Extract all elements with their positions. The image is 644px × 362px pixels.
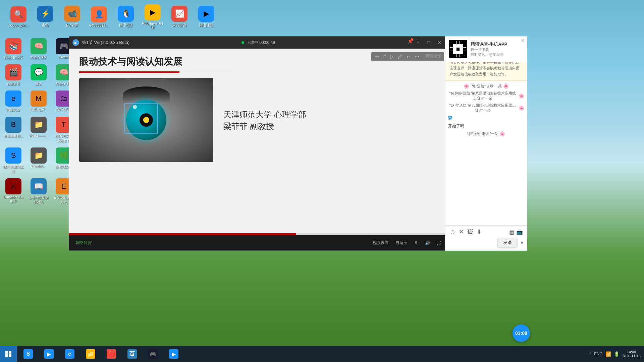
chat-panel: 讨论区 成员(245) 提示：严禁出现违法违规发言信息，视违反情节轻重追究责任。… — [445, 36, 527, 251]
left-icon-crusader[interactable]: ⚔ Crusader Kings II — [2, 177, 25, 206]
start-button[interactable] — [0, 346, 17, 362]
video-settings-btn[interactable]: 视频设置 — [373, 240, 389, 246]
icon-img-qq64: 👤 — [91, 6, 107, 22]
left-icon-videos[interactable]: 📁 videos——... — [27, 115, 50, 144]
tray-battery: 🔋 — [614, 351, 620, 357]
maximize-button[interactable]: □ — [424, 38, 433, 47]
volume-btn[interactable]: 🔊 — [425, 241, 430, 245]
tray-clock[interactable]: 14:00 2020/11/15 — [622, 350, 641, 358]
left-icon-xinli[interactable]: 📖 心理与生活第16版S — [27, 177, 50, 206]
taskbar-item-phoenix[interactable]: 🔴 — [101, 346, 121, 362]
left-icon-sogou2[interactable]: S 搜狗高速浏览器 — [2, 146, 25, 175]
left-icon-zfcndnb[interactable]: 📁 Zfcndnb... — [27, 146, 50, 175]
slide-professor: 梁菲菲 副教授 — [223, 121, 437, 132]
icon-label-potplayer: PotPlayer 64 bit — [141, 21, 164, 29]
icon-label-qqim: 腾讯QQ — [119, 23, 132, 28]
chat-messages: 🌸 "郭"送给"老师"一朵 🌸 "何婷婷"送给"第八届眼动追踪技术应用线上研讨"… — [445, 81, 527, 225]
pin-button[interactable]: 📌 — [407, 38, 414, 44]
tray-expand[interactable]: ^ — [589, 352, 591, 356]
pointer-tool[interactable]: ▷ — [389, 53, 395, 60]
top-icon-txke[interactable]: ▶ 腾讯课堂 — [195, 6, 218, 28]
watermark-logo: 腾讯课堂 — [425, 53, 441, 60]
taskbar-item-ie[interactable]: e — [60, 346, 80, 362]
gift-message-2: "何婷婷"送给"第八届眼动追踪技术应用线上研讨"一朵 🌸 — [448, 91, 524, 101]
top-icon-qqim[interactable]: 🐧 腾讯QQ — [114, 6, 138, 28]
svg-rect-0 — [5, 351, 8, 354]
taskbar-item-arrow[interactable]: ▶ — [164, 346, 184, 362]
video-controls-bar: 网络良好 视频设置 自适应 🎙 🔊 ⛶ — [69, 235, 447, 250]
download-btn[interactable]: ⬇ — [477, 228, 482, 236]
adaptive-btn[interactable]: 自适应 — [395, 240, 408, 246]
emoji-btn[interactable]: ☺ — [449, 229, 455, 236]
icon-label-evluping: EV录屏 — [66, 23, 78, 28]
taskbar-item-txke[interactable]: ▶ — [39, 346, 59, 362]
qr-code-image — [449, 40, 467, 58]
icon-img-shiyan: 🧠 — [31, 38, 47, 54]
taskbar-item-explorer[interactable]: 📁 — [80, 346, 101, 362]
svg-rect-3 — [9, 354, 11, 357]
qr-close-btn[interactable]: ✕ — [521, 38, 525, 43]
qr-scan: 扫一扫下载 — [471, 47, 507, 52]
left-icon-ie[interactable]: e 网址大全 — [2, 89, 25, 114]
tray-time: 14:00 — [627, 350, 636, 354]
icon-label-zfcndnb: Zfcndnb... — [31, 165, 46, 168]
icon-img-videos: 📁 — [31, 117, 47, 133]
icon-img-zfcndnb: 📁 — [31, 147, 47, 164]
taskbar-item-steam[interactable]: 🎮 — [143, 346, 163, 362]
left-icon-weixin[interactable]: 💬 微信 — [27, 63, 50, 87]
top-icon-qq64[interactable]: 👤 64008872... — [87, 6, 111, 27]
image-btn[interactable]: 🖼 — [467, 229, 473, 236]
qr-panel: 腾讯课堂-手机APP 扫一扫下载 随时随地，想学就学 ✕ — [445, 36, 527, 62]
taskbar-item-sogou[interactable]: S — [18, 346, 38, 362]
left-icon-chaojiyuedu[interactable]: 📚 超星阅读器5 — [2, 37, 25, 61]
qr-title: 腾讯课堂-手机APP — [471, 41, 507, 47]
svg-rect-1 — [9, 351, 11, 354]
icon-label-matlab: Matlab_R... — [30, 108, 47, 111]
icon-label-sogou: sogou_pin... — [8, 23, 29, 27]
app-icon: ▶ — [72, 39, 79, 46]
icon-label-weixin: 微信 — [35, 81, 42, 86]
slide-underline — [79, 71, 233, 73]
top-icon-sogou[interactable]: 🔍 sogou_pin... — [7, 6, 30, 27]
slide-content: 14641152311185042626正在观看(仅本人可见) 眼动技术与阅读认… — [69, 49, 447, 235]
top-icon-dongfang[interactable]: 📈 东方财富 — [168, 6, 191, 28]
icon-img-xinli: 📖 — [31, 178, 47, 194]
tracking-box — [124, 104, 158, 134]
taskbar-item-baidu[interactable]: 百 — [122, 346, 142, 362]
top-icon-evluping[interactable]: 📹 EV录屏 — [60, 6, 84, 28]
shape-tool[interactable]: □ — [382, 53, 387, 60]
top-icon-row: 🔍 sogou_pin... ⚡ 迅雷 📹 EV录屏 👤 64008872...… — [0, 0, 644, 34]
icon-img-qqim: 🐧 — [118, 6, 134, 22]
icon-label-xinli: 心理与生活第16版S — [28, 195, 49, 205]
send-dropdown[interactable]: ▼ — [520, 240, 524, 245]
eraser-tool[interactable]: ↩ — [405, 53, 412, 60]
top-icon-potplayer[interactable]: ▶ PotPlayer 64 bit — [141, 4, 164, 29]
close-btn[interactable]: ✕ — [459, 228, 464, 236]
window-status: 上课中 00:00:49 — [241, 40, 275, 46]
more-tool[interactable]: ⋯ — [413, 53, 421, 60]
slide-inner: 眼动技术与阅读认知发展 — [69, 49, 447, 235]
screen-btn[interactable]: 📺 — [516, 229, 523, 235]
gift-message-1: 🌸 "郭"送给"老师"一朵 🌸 — [448, 83, 524, 89]
left-icon-matlab[interactable]: M Matlab_R... — [27, 89, 50, 114]
top-icon-xunlei[interactable]: ⚡ 迅雷 — [34, 6, 57, 28]
left-icon-shiyan[interactable]: 🧠 实验心理学 — [27, 37, 50, 61]
left-icon-dianying[interactable]: 🎬 迪迪影音 — [2, 63, 25, 87]
slide-info: 天津师范大学 心理学部 梁菲菲 副教授 — [223, 78, 437, 162]
icon-label-videos: videos——... — [29, 134, 48, 137]
fullscreen-btn[interactable]: ⛶ — [437, 241, 441, 245]
icon-label-ie: 网址大全 — [7, 108, 20, 112]
pencil-tool[interactable]: ✏ — [374, 53, 381, 60]
layout-btn[interactable]: ▦ — [509, 229, 514, 235]
svg-rect-2 — [5, 354, 8, 357]
draw-tool[interactable]: 🖊 — [396, 53, 404, 60]
more-button[interactable]: ⋮ — [415, 38, 421, 44]
mic-btn[interactable]: 🎙 — [414, 241, 418, 245]
icon-img-sogou: 🔍 — [10, 6, 26, 22]
status-dot — [241, 41, 244, 44]
close-button[interactable]: ✕ — [435, 38, 444, 47]
send-button[interactable]: 发送 — [497, 238, 518, 248]
gift-message-4: "郭"送给"老师"一朵 🌸 — [448, 131, 524, 136]
left-icon-baidu[interactable]: B 百度全景步... — [2, 115, 25, 144]
icon-label-xunlei: 迅雷 — [42, 23, 49, 28]
